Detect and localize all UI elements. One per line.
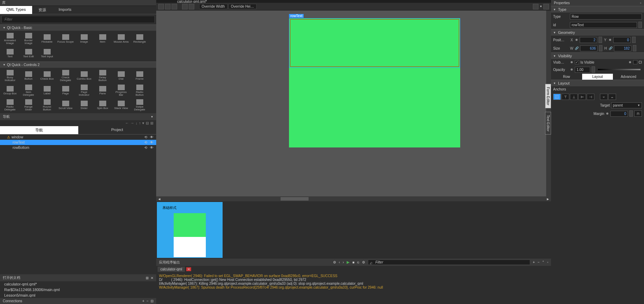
tab-project[interactable]: Project [78, 126, 157, 134]
x-spinner[interactable] [599, 37, 602, 43]
component-border-image[interactable]: Border Image [19, 31, 38, 46]
console-settings-icon[interactable]: ⚙ [362, 260, 365, 264]
tree-row-rowBottom[interactable]: rowBottom⟲👁 [0, 145, 156, 150]
tab-qml-types[interactable]: QML Types [0, 6, 32, 14]
component-scroll-view[interactable]: Scroll View [56, 98, 75, 113]
component-button[interactable]: Button [19, 68, 38, 83]
conn-add-icon[interactable]: + [142, 299, 144, 303]
eye-icon[interactable]: 👁 [150, 146, 153, 150]
export-icon[interactable]: ⟲ [144, 140, 147, 144]
tb-btn-2[interactable] [165, 4, 171, 9]
component-spin-box[interactable]: Spin Box [93, 98, 112, 113]
nav-down-icon[interactable]: ↓ [136, 121, 138, 125]
anchor-vcenter[interactable]: ⫠ [608, 94, 616, 100]
w-spinner[interactable] [599, 45, 602, 51]
tab-advanced[interactable]: Advanced [613, 74, 644, 80]
console-tab-close[interactable]: ✕ [186, 267, 191, 271]
doc-item[interactable]: Rar$DIa112468.18006/main.qml [0, 287, 156, 292]
console-config-icon[interactable]: ⚙ [333, 260, 336, 264]
nav-sort-icon[interactable]: ⊟ [146, 121, 149, 125]
component-combo-box[interactable]: Combo Box [75, 68, 93, 83]
console-remove-icon[interactable]: − [538, 260, 540, 264]
nav-more-icon[interactable]: ⊞ [150, 121, 153, 125]
conn-remove-icon[interactable]: − [146, 299, 149, 303]
component-group-box[interactable]: Group Box [1, 83, 19, 98]
console-attach-icon[interactable]: ⎋ [357, 260, 359, 264]
component-radio-delegate[interactable]: Radio Delegate [1, 98, 19, 113]
canvas-area[interactable]: rowText [156, 10, 551, 196]
component-text[interactable]: Text [1, 46, 19, 61]
component-mouse-area[interactable]: Mouse Area [112, 31, 130, 46]
console-filter[interactable]: Filter [368, 260, 530, 265]
component-image[interactable]: Image [75, 31, 93, 46]
text-editor-tab[interactable]: Text Editor [545, 112, 551, 135]
component-swipe-delegate[interactable]: Swipe Delegate [130, 98, 149, 113]
id-export-icon[interactable] [638, 22, 642, 28]
visible-dot-icon[interactable] [571, 61, 573, 63]
expander-basic[interactable]: ▼Qt Quick - Basic [0, 24, 156, 31]
tab-layout[interactable]: Layout [582, 74, 613, 80]
export-icon[interactable]: ⟲ [144, 135, 147, 139]
component-item[interactable]: Item [93, 31, 112, 46]
opacity-slider[interactable] [598, 69, 641, 70]
margin-field[interactable]: 0 [610, 111, 628, 117]
tree-row-rowText[interactable]: rowText⟲👁 [0, 140, 156, 145]
margin-spinner[interactable] [629, 110, 633, 117]
doc-item[interactable]: calculator-qml.qml* [0, 281, 156, 287]
console-next-icon[interactable]: › [343, 260, 344, 264]
docs-split-icon[interactable]: ⊞ [146, 276, 149, 280]
component-item-delegate[interactable]: Item Delegate [19, 83, 38, 98]
anchor-bottom[interactable]: ⊥ [570, 94, 578, 100]
x-field[interactable]: 2 [580, 37, 597, 43]
section-geometry[interactable]: Geometry [551, 29, 644, 36]
anchor-fill[interactable]: ⿴ [553, 94, 561, 100]
nav-fwd-icon[interactable]: → [130, 121, 134, 125]
console-collapse-icon[interactable]: ˄ [542, 260, 544, 264]
component-range-slider[interactable]: Range Slider [19, 98, 38, 113]
component-text-edit[interactable]: Text Edit [19, 46, 38, 61]
w-field[interactable]: 636 [580, 45, 598, 51]
component-check-delegate[interactable]: Check Delegate [56, 68, 75, 83]
y-field[interactable]: 0 [613, 37, 631, 43]
component-slider[interactable]: Slider [75, 98, 93, 113]
library-filter-input[interactable] [5, 17, 152, 21]
component-label[interactable]: Label [38, 83, 56, 98]
anchor-left[interactable]: ⊢ [578, 94, 586, 100]
nav-back-icon[interactable]: ← [125, 121, 129, 125]
section-visibility[interactable]: Visibility [551, 52, 644, 59]
tab-row[interactable]: Row [551, 74, 582, 80]
green-body[interactable] [289, 68, 460, 147]
opacity-spinner[interactable] [592, 66, 595, 73]
component-round-button[interactable]: Round Button [38, 98, 56, 113]
tb-btn-5[interactable] [189, 4, 194, 9]
scrollbar-h[interactable]: ◄► [156, 196, 551, 201]
override-width-combo[interactable]: Override Width [199, 4, 227, 9]
component-page[interactable]: Page [56, 83, 75, 98]
type-field[interactable]: Row [570, 14, 642, 20]
nav-filter-icon[interactable]: ▾ [142, 121, 144, 125]
component-text-input[interactable]: Text Input [38, 46, 56, 61]
component-animated-image[interactable]: Animated Image [1, 31, 19, 46]
conn-more-icon[interactable]: ⊟ [151, 299, 153, 303]
visible-checkbox[interactable]: ✓ [575, 60, 579, 64]
console-max-icon[interactable]: ▫ [547, 260, 548, 264]
tb-btn-3[interactable] [172, 4, 177, 9]
margin-icon[interactable]: ⊓ [634, 110, 642, 117]
properties-max-icon[interactable]: ▫ [640, 1, 641, 5]
expander-controls[interactable]: ▼Qt Quick - Controls 2 [0, 61, 156, 68]
tb-zoom-icon[interactable] [533, 4, 538, 9]
component-frame[interactable]: Frame [130, 68, 149, 83]
console-stop-icon[interactable]: ■ [352, 260, 354, 264]
component-dial[interactable]: Dial [112, 68, 130, 83]
clip-dot-icon[interactable] [629, 61, 631, 63]
section-layout[interactable]: Layout [551, 80, 644, 86]
opacity-dot-icon[interactable] [571, 68, 573, 71]
export-icon[interactable]: ⟲ [144, 146, 147, 150]
doc-item[interactable]: Lesson5/main.qml [0, 292, 156, 298]
console-run-icon[interactable]: ▶ [347, 260, 349, 265]
component-focus-scope[interactable]: Focus Scope [56, 31, 75, 46]
y-spinner[interactable] [632, 37, 636, 43]
h-spinner[interactable] [633, 45, 636, 51]
console-tab-label[interactable]: calculator-qml [158, 267, 185, 272]
console-body[interactable]: W/OpenGLRenderer( 2946): Failed to set E… [156, 273, 551, 304]
